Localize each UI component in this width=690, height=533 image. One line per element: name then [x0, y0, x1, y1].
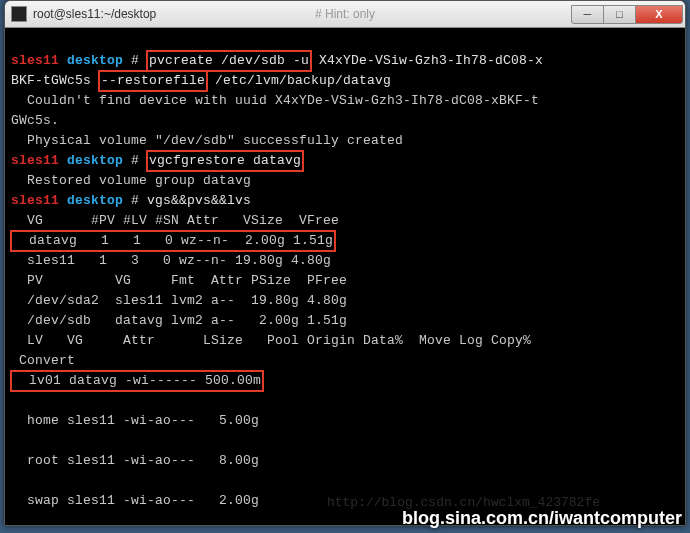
titlebar[interactable]: root@sles11:~/desktop # Hint: only ─ □ X: [5, 1, 685, 28]
prompt-path: desktop: [59, 153, 123, 168]
prompt-symbol: #: [123, 53, 147, 68]
hl-restorefile: --restorefile: [98, 70, 208, 92]
hl-pvcreate: pvcreate /dev/sdb -u: [146, 50, 312, 72]
prompt-symbol: #: [123, 153, 147, 168]
window-title: root@sles11:~/desktop: [33, 7, 572, 21]
terminal-window: root@sles11:~/desktop # Hint: only ─ □ X…: [4, 0, 686, 526]
output-line: Restored volume group datavg: [11, 173, 251, 188]
vgs-row: sles11 1 3 0 wz--n- 19.80g 4.80g: [11, 253, 331, 268]
lvs-row: home sles11 -wi-ao--- 5.00g: [11, 413, 259, 428]
lvs-header: LV VG Attr LSize Pool Origin Data% Move …: [11, 333, 531, 348]
prompt-symbol: #: [123, 193, 139, 208]
output-line: Couldn't find device with uuid X4xYDe-VS…: [11, 93, 539, 108]
prompt-path: desktop: [59, 53, 123, 68]
prompt-host: sles11: [11, 193, 59, 208]
terminal-body[interactable]: sles11 desktop # pvcreate /dev/sdb -u X4…: [5, 28, 685, 525]
minimize-button[interactable]: ─: [571, 5, 604, 24]
lvs-row: swap sles11 -wi-ao--- 2.00g: [11, 493, 259, 508]
prompt-path: desktop: [59, 193, 123, 208]
output-line: GWc5s.: [11, 113, 59, 128]
hl-datavg-row: datavg 1 1 0 wz--n- 2.00g 1.51g: [10, 230, 336, 252]
cmd-tail: X4xYDe-VSiw-Gzh3-Ih78-dC08-x: [311, 53, 543, 68]
close-button[interactable]: X: [635, 5, 683, 24]
hl-lv01-row: lv01 datavg -wi------ 500.00m: [10, 370, 264, 392]
pvs-row: /dev/sda2 sles11 lvm2 a-- 19.80g 4.80g: [11, 293, 347, 308]
maximize-button[interactable]: □: [603, 5, 636, 24]
output-line: Physical volume "/dev/sdb" successfully …: [11, 133, 403, 148]
title-hint: # Hint: only: [315, 7, 375, 21]
vgs-header: VG #PV #LV #SN Attr VSize VFree: [11, 213, 339, 228]
app-icon: [11, 6, 27, 22]
pvs-row: /dev/sdb datavg lvm2 a-- 2.00g 1.51g: [11, 313, 347, 328]
hl-vgcfgrestore: vgcfgrestore datavg: [146, 150, 304, 172]
lvs-row: root sles11 -wi-ao--- 8.00g: [11, 453, 259, 468]
lvs-header2: Convert: [11, 353, 75, 368]
prompt-host: sles11: [11, 153, 59, 168]
cmd: vgs&&pvs&&lvs: [139, 193, 251, 208]
cmd-cont2: /etc/lvm/backup/datavg: [207, 73, 391, 88]
cmd-cont: BKF-tGWc5s: [11, 73, 99, 88]
prompt-host: sles11: [11, 53, 59, 68]
window-buttons: ─ □ X: [572, 5, 683, 24]
pvs-header: PV VG Fmt Attr PSize PFree: [11, 273, 347, 288]
